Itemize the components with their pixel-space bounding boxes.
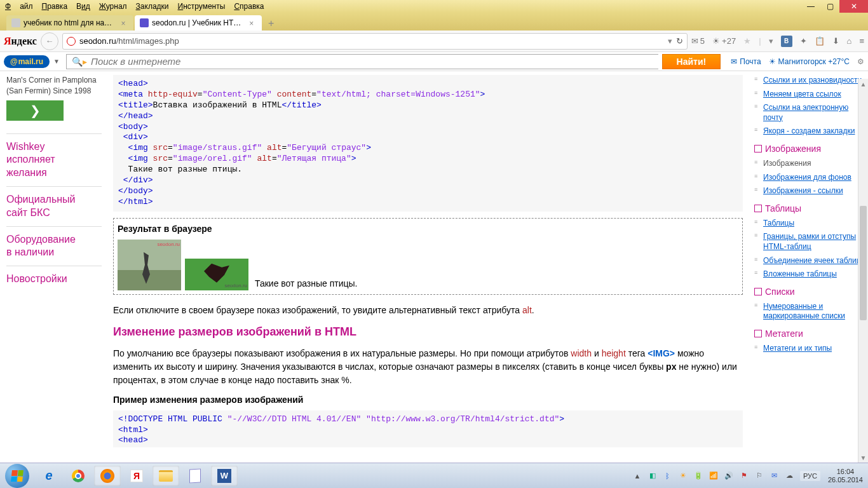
tray-expand-icon[interactable]: ▲ bbox=[632, 471, 642, 481]
mailru-mail-link[interactable]: ✉ Почта bbox=[731, 57, 761, 66]
mailru-search-input[interactable] bbox=[91, 56, 653, 67]
nav-link[interactable]: Якоря - создаем закладки bbox=[763, 126, 855, 135]
ad-novostroiki[interactable]: Новостройки bbox=[6, 273, 102, 286]
vertical-scrollbar[interactable]: ▲ ▼ bbox=[858, 79, 868, 463]
taskbar-notepad[interactable] bbox=[182, 466, 208, 486]
window-minimize[interactable]: — bbox=[801, 0, 820, 13]
taskbar-yandex[interactable]: Я bbox=[123, 466, 150, 486]
yandex-logo[interactable]: Яндекс bbox=[4, 36, 37, 47]
tray-language[interactable]: РУС bbox=[800, 471, 820, 481]
window-maximize[interactable]: ▢ bbox=[820, 0, 839, 13]
nav-link[interactable]: Изображения для фонов bbox=[763, 173, 851, 182]
taskbar-word[interactable]: W bbox=[211, 466, 238, 486]
addon-icon[interactable]: ✦ bbox=[800, 36, 807, 46]
nav-link[interactable]: Границы, рамки и отступы HTML-таблиц bbox=[763, 232, 856, 251]
tray-network-icon[interactable]: 📶 bbox=[709, 471, 719, 481]
nav-link[interactable]: Меняем цвета ссылок bbox=[763, 90, 841, 98]
tray-volume-icon[interactable]: 🔊 bbox=[724, 471, 734, 481]
green-arrow-button[interactable]: ❯ bbox=[6, 100, 64, 121]
vk-icon[interactable]: В bbox=[781, 36, 792, 47]
menu-history[interactable]: Журнал bbox=[99, 2, 127, 11]
weather-indicator[interactable]: ☀ +27 bbox=[712, 36, 736, 46]
scroll-down-icon[interactable]: ▼ bbox=[858, 452, 868, 463]
menu-bookmarks[interactable]: Закладки bbox=[136, 2, 169, 11]
mailru-search-button[interactable]: Найти! bbox=[662, 54, 721, 69]
tray-clock[interactable]: 16:04 26.05.2014 bbox=[828, 468, 863, 483]
section-images[interactable]: Изображения bbox=[754, 144, 868, 154]
menu-view[interactable]: Вид bbox=[76, 2, 90, 11]
nav-links-images: Изображения Изображения для фонов Изобра… bbox=[754, 157, 868, 198]
nav-link[interactable]: Нумерованные и маркированные списки bbox=[763, 302, 845, 321]
site-identity-icon[interactable] bbox=[67, 37, 76, 46]
ad-equipment[interactable]: Оборудованиев наличии bbox=[6, 233, 102, 260]
menu-edit[interactable]: Правка bbox=[42, 2, 68, 11]
reload-icon[interactable]: ↻ bbox=[676, 36, 683, 46]
ad-bks[interactable]: Официальныйсайт БКС bbox=[6, 193, 102, 220]
section-lists[interactable]: Списки bbox=[754, 287, 868, 297]
url-dropdown-icon[interactable]: ▾ bbox=[668, 36, 672, 46]
window-controls: — ▢ ✕ bbox=[801, 0, 868, 13]
tray-flag-icon[interactable]: ⚐ bbox=[754, 471, 764, 481]
home-icon[interactable]: ⌂ bbox=[847, 36, 852, 46]
mailru-search-box[interactable]: 🔍▸ bbox=[66, 54, 658, 69]
list-item: Якоря - создаем закладки bbox=[754, 125, 868, 139]
nav-link[interactable]: Метатеги и их типы bbox=[763, 344, 832, 353]
tray-cloud-icon[interactable]: ☁ bbox=[785, 471, 795, 481]
nav-link[interactable]: Таблицы bbox=[763, 219, 794, 227]
back-button[interactable]: ← bbox=[41, 32, 58, 50]
tray-battery-icon[interactable]: 🔋 bbox=[693, 471, 703, 481]
ad-wishkey[interactable]: Wishkeyисполняетжелания bbox=[6, 140, 102, 180]
browser-tab-1[interactable]: учебник по html для начи... × bbox=[6, 15, 133, 30]
scroll-up-icon[interactable]: ▲ bbox=[858, 79, 868, 89]
new-tab-button[interactable]: + bbox=[263, 17, 279, 30]
taskbar-chrome[interactable] bbox=[65, 466, 92, 486]
taskbar-explorer[interactable] bbox=[153, 466, 179, 486]
tab1-favicon-icon bbox=[11, 18, 20, 27]
url-text: seodon.ru/html/images.php bbox=[79, 36, 664, 46]
mailru-settings-icon[interactable]: ⚙ bbox=[857, 57, 864, 66]
tab1-close-icon[interactable]: × bbox=[121, 19, 128, 27]
nav-link[interactable]: Изображения - ссылки bbox=[763, 186, 843, 195]
dropdown-icon[interactable]: ▾ bbox=[769, 36, 773, 46]
list-item: Таблицы bbox=[754, 217, 868, 231]
bookmark-star-icon[interactable]: ★ bbox=[743, 36, 751, 46]
mailru-logo[interactable]: mail.ru bbox=[4, 55, 50, 68]
tray-shield-icon[interactable]: ⚑ bbox=[739, 471, 749, 481]
section-tables[interactable]: Таблицы bbox=[754, 203, 868, 214]
hamburger-menu-icon[interactable]: ≡ bbox=[859, 36, 864, 46]
resize-heading: Изменение размеров изображений в HTML bbox=[113, 323, 743, 341]
resize-paragraph: По умолчанию все браузеры показывают изо… bbox=[113, 347, 743, 387]
tray-sun-icon[interactable]: ☀ bbox=[678, 471, 688, 481]
nav-link[interactable]: Ссылки на электронную почту bbox=[763, 103, 848, 122]
tab2-close-icon[interactable]: × bbox=[249, 19, 257, 27]
search-icon: 🔍▸ bbox=[72, 57, 87, 67]
url-field[interactable]: seodon.ru/html/images.php ▾ ↻ bbox=[62, 33, 688, 50]
nav-link[interactable]: Ссылки и их разновидности bbox=[763, 76, 862, 85]
nav-links-lists: Нумерованные и маркированные списки bbox=[754, 300, 868, 323]
divider bbox=[6, 133, 102, 134]
mailru-weather[interactable]: ☀ Магнитогорск +27°C bbox=[769, 57, 850, 66]
start-button[interactable] bbox=[5, 464, 29, 488]
mail-indicator[interactable]: ✉ 5 bbox=[691, 36, 705, 46]
taskbar-ie[interactable]: e bbox=[36, 466, 62, 486]
browser-tab-2-active[interactable]: seodon.ru | Учебник HTM... × bbox=[135, 15, 262, 30]
nav-link[interactable]: Вложенные таблицы bbox=[763, 269, 837, 278]
section-meta[interactable]: Метатеги bbox=[754, 329, 868, 339]
browser-result-box: Результат в браузере seodon.ru seodon.ru… bbox=[113, 218, 743, 295]
menu-help[interactable]: Справка bbox=[234, 2, 264, 11]
menu-tools[interactable]: Инструменты bbox=[178, 2, 226, 11]
system-tray: ▲ ◧ ᛒ ☀ 🔋 📶 🔊 ⚑ ⚐ ✉ ☁ РУС 16:04 26.05.20… bbox=[632, 468, 863, 483]
download-icon[interactable]: ⬇ bbox=[832, 36, 839, 46]
scroll-thumb[interactable] bbox=[860, 206, 867, 320]
tray-bluetooth-icon[interactable]: ᛒ bbox=[663, 471, 673, 481]
tray-mail-icon[interactable]: ✉ bbox=[770, 471, 780, 481]
straus-image: seodon.ru bbox=[118, 240, 181, 290]
mailru-dropdown-icon[interactable]: ▼ bbox=[53, 58, 62, 65]
taskbar-firefox[interactable] bbox=[94, 466, 121, 486]
menu-file[interactable]: Файл bbox=[5, 2, 33, 11]
nav-link[interactable]: Объединение ячеек таблицы bbox=[763, 256, 866, 265]
clipboard-icon[interactable]: 📋 bbox=[815, 36, 825, 46]
nav-link-current[interactable]: Изображения bbox=[763, 159, 811, 168]
window-close[interactable]: ✕ bbox=[839, 0, 868, 13]
tray-app-icon[interactable]: ◧ bbox=[648, 471, 658, 481]
